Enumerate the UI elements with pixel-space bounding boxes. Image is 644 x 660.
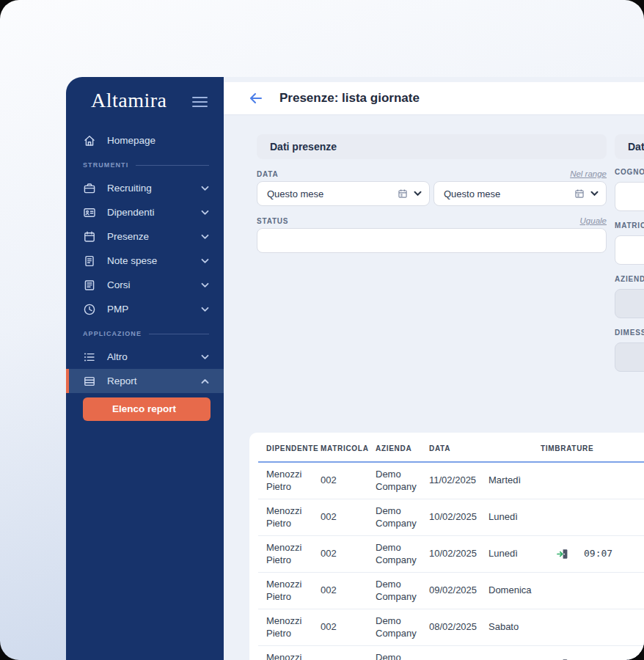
status-label-row: STATUS Uguale [257,216,607,225]
cell-matricola: 002 [312,621,367,633]
status-field-label: STATUS [257,217,288,225]
column-header-data: DATA [421,444,480,461]
table-header-row: DIPENDENTEMATRICOLAAZIENDADATATIMBRATURE [258,433,644,463]
field-input-cognome[interactable] [615,182,644,211]
cell-dipendente: Menozzi Pietro [258,652,312,660]
cell-dipendente: Menozzi Pietro [258,505,312,529]
field-label-cognome: COGNOME [615,168,644,176]
table-row[interactable]: Menozzi Pietro002Demo Company10/02/2025L… [258,536,644,573]
field-input-azienda[interactable] [615,289,644,318]
sidebar-item-recruiting[interactable]: Recruiting [66,176,224,200]
cell-giorno: Domenica [480,584,533,596]
cell-matricola: 002 [312,511,367,523]
table-row[interactable]: Menozzi Pietro002Demo Company11/02/2025M… [258,463,644,499]
cell-data: 08/02/2025 [421,621,480,633]
chevron-down-icon [201,234,209,240]
timbratura-uscita: 18:21 [638,548,644,560]
sidebar-item-label: Note spese [107,255,190,266]
date-range-row: Questo mese Questo mese [257,181,607,206]
sidebar-item-report[interactable]: Report [66,369,224,393]
sidebar-item-label: Homepage [107,135,209,146]
sidebar-item-label: PMP [107,304,190,315]
cell-giorno: Sabato [480,621,533,633]
briefcase-icon [83,182,96,195]
app-window: Altamira HomepageSTRUMENTIRecruitingDipe… [66,77,644,660]
date-to-select[interactable]: Questo mese [433,181,607,206]
cell-dipendente: Menozzi Pietro [258,579,312,603]
hamburger-menu-icon[interactable] [192,94,208,107]
cell-timbrature: 09:0718:21 [533,548,644,560]
sidebar-item-homepage[interactable]: Homepage [66,128,224,153]
column-header-matricola: MATRICOLA [312,444,367,461]
date-from-value: Questo mese [267,188,398,199]
cell-data: 10/02/2025 [421,511,480,523]
receipt-icon [83,254,96,268]
cell-giorno: Lunedì [480,548,533,560]
table-row[interactable]: Menozzi Pietro002Demo Company09/02/2025D… [258,573,644,609]
sidebar: Altamira HomepageSTRUMENTIRecruitingDipe… [66,77,224,660]
cell-giorno: Lunedì [480,511,533,523]
field-label-matricola: MATRICOLA [615,221,644,230]
date-from-select[interactable]: Questo mese [257,181,430,206]
filter-panel-dipendente: Dati COGNOMEMATRICOLAAZIENDADIMESSO [615,134,644,372]
data-field-label: DATA [257,170,279,178]
status-mode-link[interactable]: Uguale [580,216,607,225]
cell-data: 11/02/2025 [421,474,480,486]
data-mode-link[interactable]: Nel range [570,169,607,178]
cell-dipendente: Menozzi Pietro [258,615,312,639]
page-header: Presenze: lista giornate [224,82,644,115]
filter-panel-presenze-title: Dati presenze [257,134,607,159]
sidebar-item-dipendenti[interactable]: Dipendenti [66,200,224,224]
main-area: Presenze: lista giornate Dati presenze D… [224,77,644,660]
cell-giorno: Martedì [480,474,533,486]
sidebar-item-presenze[interactable]: Presenze [66,224,224,249]
filter-panel-presenze: Dati presenze DATA Nel range Questo mese [257,134,607,253]
results-table-card: DIPENDENTEMATRICOLAAZIENDADATATIMBRATURE… [249,433,644,660]
table-row[interactable]: Menozzi Pietro002Demo Company [258,646,644,660]
chevron-up-icon [201,378,209,384]
filter-panel-dipendente-title: Dati [615,134,644,159]
book-icon [83,279,96,292]
column-header-timbrature: TIMBRATURE [533,444,644,461]
cell-matricola: 002 [312,584,367,596]
sidebar-logo-row: Altamira [66,77,224,112]
sidebar-section-title: APPLICAZIONE [66,323,224,345]
sidebar-item-label: Corsi [107,279,190,290]
sidebar-item-altro[interactable]: Altro [66,345,224,369]
list-icon [83,351,96,364]
chevron-down-icon [201,354,209,360]
column-header-dipendente: DIPENDENTE [258,444,312,461]
chevron-down-icon [201,258,209,264]
field-label-dimesso: DIMESSO [615,329,644,337]
sidebar-item-label: Recruiting [107,183,190,194]
altamira-logo: Altamira [91,89,167,112]
field-input-matricola[interactable] [615,235,644,265]
chevron-down-icon [201,307,209,312]
sidebar-item-label: Presenze [107,231,190,242]
back-arrow-icon[interactable] [249,92,263,104]
table-row[interactable]: Menozzi Pietro002Demo Company08/02/2025S… [258,609,644,646]
sidebar-item-corsi[interactable]: Corsi [66,273,224,297]
cell-azienda: Demo Company [367,615,421,639]
field-input-dimesso[interactable] [615,342,644,372]
sidebar-subitem-elenco-report[interactable]: Elenco report [83,397,211,421]
cell-matricola: 002 [312,548,367,560]
id-card-icon [83,206,96,219]
entry-door-icon [549,549,571,560]
sidebar-nav: HomepageSTRUMENTIRecruitingDipendentiPre… [66,128,224,421]
table-row[interactable]: Menozzi Pietro002Demo Company10/02/2025L… [258,499,644,536]
report-rows-icon [83,375,96,388]
sidebar-item-label: Report [107,375,190,386]
date-to-value: Questo mese [444,188,574,199]
timbratura-entrata: 09:07 [541,548,618,560]
table-body: Menozzi Pietro002Demo Company11/02/2025M… [258,463,644,660]
column-header-azienda: AZIENDA [367,444,421,461]
field-label-azienda: AZIENDA [615,275,644,283]
status-input[interactable] [257,228,607,253]
column-header-empty [480,444,533,461]
sidebar-item-note-spese[interactable]: Note spese [66,249,224,273]
sidebar-item-pmp[interactable]: PMP [66,297,224,321]
cell-azienda: Demo Company [367,469,421,493]
entrata-time: 09:07 [576,548,615,560]
chevron-down-icon [201,186,209,191]
